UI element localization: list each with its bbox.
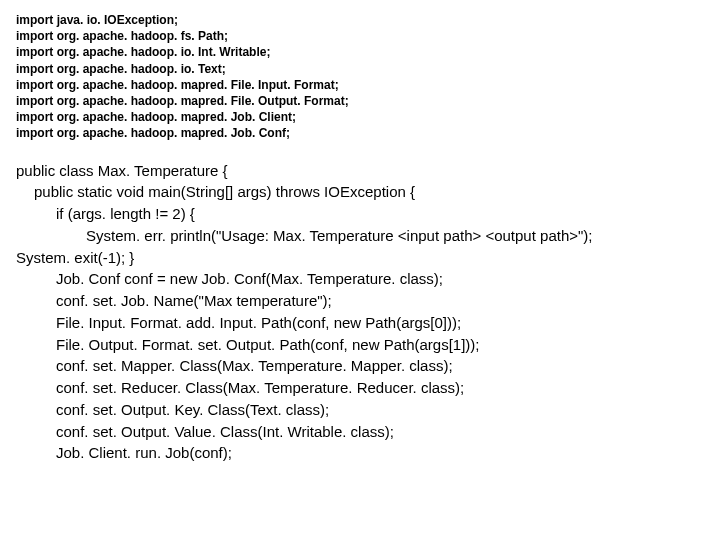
import-line: import org. apache. hadoop. mapred. File…	[16, 93, 704, 109]
code-line: System. exit(-1); }	[16, 247, 704, 269]
code-block: public class Max. Temperature { public s…	[16, 160, 704, 465]
code-line: File. Output. Format. set. Output. Path(…	[16, 334, 704, 356]
code-line: conf. set. Output. Value. Class(Int. Wri…	[16, 421, 704, 443]
code-line: Job. Client. run. Job(conf);	[16, 442, 704, 464]
import-line: import org. apache. hadoop. mapred. Job.…	[16, 125, 704, 141]
code-line: File. Input. Format. add. Input. Path(co…	[16, 312, 704, 334]
import-line: import org. apache. hadoop. fs. Path;	[16, 28, 704, 44]
code-line: Job. Conf conf = new Job. Conf(Max. Temp…	[16, 268, 704, 290]
code-line: public static void main(String[] args) t…	[16, 181, 704, 203]
import-line: import org. apache. hadoop. mapred. File…	[16, 77, 704, 93]
import-line: import org. apache. hadoop. io. Text;	[16, 61, 704, 77]
code-line: System. err. println("Usage: Max. Temper…	[16, 225, 704, 247]
import-line: import org. apache. hadoop. mapred. Job.…	[16, 109, 704, 125]
code-line: conf. set. Job. Name("Max temperature");	[16, 290, 704, 312]
import-line: import org. apache. hadoop. io. Int. Wri…	[16, 44, 704, 60]
code-line: if (args. length != 2) {	[16, 203, 704, 225]
code-line: conf. set. Output. Key. Class(Text. clas…	[16, 399, 704, 421]
code-line: public class Max. Temperature {	[16, 160, 704, 182]
import-block: import java. io. IOException; import org…	[16, 12, 704, 142]
import-line: import java. io. IOException;	[16, 12, 704, 28]
code-line: conf. set. Reducer. Class(Max. Temperatu…	[16, 377, 704, 399]
code-line: conf. set. Mapper. Class(Max. Temperatur…	[16, 355, 704, 377]
